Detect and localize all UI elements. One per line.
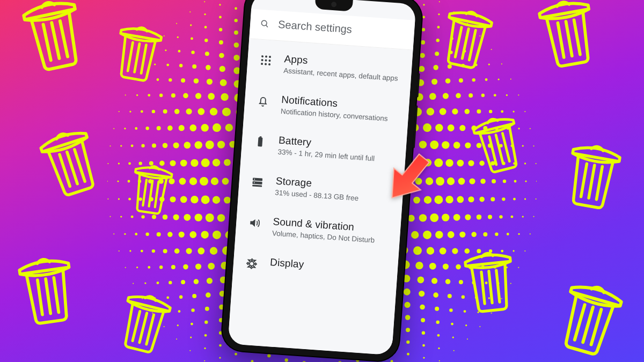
svg-point-287 (189, 124, 196, 131)
svg-point-648 (129, 110, 131, 112)
svg-point-468 (435, 51, 439, 56)
svg-point-473 (483, 126, 487, 130)
svg-point-339 (195, 93, 201, 99)
bell-icon (256, 94, 270, 108)
svg-point-728 (176, 23, 177, 24)
search-icon (260, 18, 270, 28)
svg-point-143 (411, 231, 419, 238)
svg-point-396 (219, 53, 224, 58)
svg-point-256 (427, 108, 434, 115)
svg-point-450 (163, 109, 167, 113)
svg-point-216 (447, 177, 455, 184)
svg-point-334 (169, 178, 174, 184)
svg-point-360 (480, 179, 486, 184)
svg-point-381 (206, 292, 211, 298)
svg-point-390 (163, 143, 168, 148)
svg-point-286 (184, 142, 191, 149)
svg-point-571 (135, 233, 137, 235)
svg-point-542 (510, 215, 513, 218)
svg-point-534 (472, 78, 475, 81)
svg-point-267 (404, 288, 411, 295)
svg-point-509 (138, 161, 142, 165)
trash-icon (549, 271, 632, 361)
svg-point-280 (197, 247, 204, 254)
svg-point-384 (174, 248, 180, 254)
svg-point-766 (268, 63, 270, 65)
svg-line-757 (266, 25, 268, 27)
svg-point-485 (436, 320, 439, 323)
svg-point-566 (178, 310, 181, 313)
promo-canvas: Search settings Apps Assistant, recent a… (0, 0, 644, 362)
svg-point-333 (170, 196, 175, 202)
svg-point-367 (433, 292, 438, 298)
svg-point-581 (166, 63, 169, 66)
svg-point-157 (213, 196, 220, 203)
svg-point-109 (413, 196, 420, 203)
svg-point-506 (141, 215, 144, 218)
svg-point-549 (451, 322, 453, 325)
svg-point-603 (494, 94, 496, 97)
svg-point-446 (148, 179, 152, 183)
svg-point-723 (125, 94, 126, 95)
svg-point-763 (268, 59, 270, 61)
svg-point-309 (468, 196, 474, 202)
svg-point-425 (421, 317, 425, 322)
svg-point-532 (449, 50, 452, 54)
trash-icon (466, 107, 530, 178)
svg-point-609 (524, 198, 526, 200)
svg-point-366 (445, 279, 451, 284)
svg-point-140 (426, 177, 433, 184)
svg-point-124 (222, 178, 229, 184)
svg-point-424 (435, 306, 439, 311)
svg-point-652 (165, 49, 166, 51)
svg-point-391 (167, 125, 173, 131)
svg-point-543 (507, 233, 509, 235)
svg-point-478 (499, 215, 502, 218)
svg-point-620 (423, 357, 425, 358)
svg-point-420 (477, 249, 481, 253)
svg-point-716 (109, 216, 111, 217)
svg-point-718 (107, 181, 108, 182)
svg-point-533 (462, 64, 465, 67)
svg-point-217 (445, 195, 453, 203)
svg-point-607 (513, 162, 516, 165)
svg-point-748 (491, 49, 492, 50)
settings-item-title: Display (270, 256, 393, 277)
svg-point-541 (513, 197, 516, 200)
svg-point-552 (407, 352, 409, 355)
svg-point-108 (415, 178, 422, 184)
svg-point-646 (120, 145, 122, 146)
svg-point-504 (152, 249, 155, 252)
svg-point-511 (145, 127, 149, 130)
svg-point-110 (408, 215, 415, 221)
svg-point-266 (417, 276, 424, 283)
svg-point-681 (536, 198, 537, 200)
svg-point-178 (430, 213, 438, 221)
svg-point-234 (210, 247, 217, 254)
svg-point-156 (217, 214, 225, 221)
svg-point-674 (497, 78, 499, 80)
settings-list: Apps Assistant, recent apps, default app… (228, 39, 413, 355)
svg-point-304 (440, 108, 447, 115)
svg-point-417 (491, 197, 495, 201)
storage-icon (251, 175, 265, 189)
svg-point-517 (204, 38, 208, 41)
svg-point-709 (164, 326, 165, 327)
svg-point-479 (495, 232, 498, 235)
svg-point-409 (433, 65, 438, 70)
svg-point-200 (222, 107, 231, 116)
svg-point-313 (443, 263, 449, 269)
svg-point-753 (530, 128, 531, 129)
svg-point-578 (141, 110, 143, 113)
svg-point-689 (479, 326, 480, 327)
svg-point-717 (107, 198, 108, 200)
svg-point-656 (219, 4, 221, 5)
svg-point-237 (191, 195, 198, 203)
svg-point-397 (234, 42, 239, 48)
svg-point-316 (404, 301, 410, 307)
svg-point-684 (524, 250, 525, 251)
svg-point-508 (138, 179, 141, 182)
svg-point-451 (171, 93, 175, 98)
svg-point-714 (119, 250, 120, 251)
svg-point-513 (159, 93, 163, 97)
